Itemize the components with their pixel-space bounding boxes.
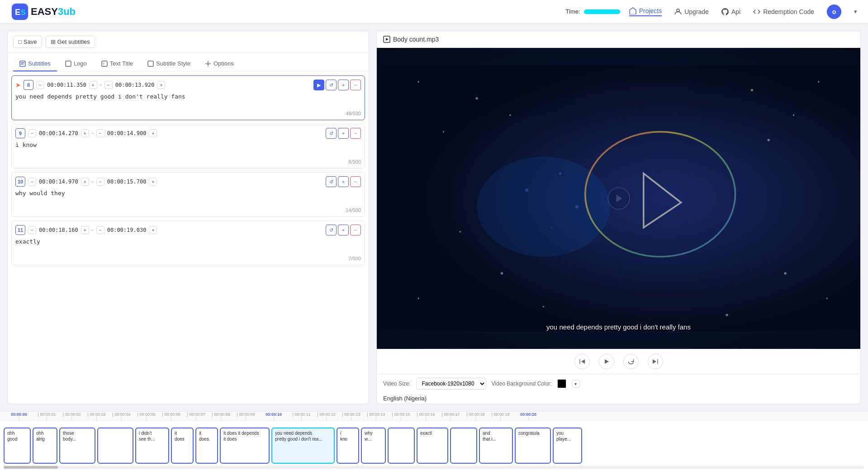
row-9-start-minus[interactable]: − [28, 129, 36, 137]
video-size-label: Video Size: [383, 381, 411, 387]
tab-subtitles[interactable]: Subtitles [13, 56, 57, 71]
row-11-start-plus[interactable]: + [81, 226, 89, 234]
nav-upgrade[interactable]: Upgrade [674, 8, 709, 15]
video-size-select[interactable]: Facebook-1920x1080 YouTube-1920x1080 Ins… [416, 378, 486, 390]
row-9-end-plus[interactable]: + [149, 129, 157, 137]
ruler-tick-12: | 00:00:12 [314, 412, 339, 420]
row-8-play-btn[interactable]: ▶ [313, 80, 324, 90]
row-9-end-minus[interactable]: − [96, 129, 104, 137]
tab-options[interactable]: Options [199, 56, 240, 71]
timeline-clip-4[interactable] [97, 428, 133, 464]
skip-forward-icon [652, 358, 659, 365]
ruler-tick-3: | 00:00:03 [84, 412, 109, 420]
text-title-tab-icon: T [101, 61, 108, 67]
row-10-start-minus[interactable]: − [28, 178, 36, 186]
row-11-char-count: 7/500 [15, 256, 361, 261]
timeline-clip-15[interactable]: andthat i... [479, 428, 513, 464]
row-11-reset-btn[interactable]: ↺ [326, 225, 337, 235]
avatar-chevron[interactable]: ▾ [854, 8, 857, 15]
row-9-remove-btn[interactable]: − [350, 128, 361, 139]
row-9-reset-btn[interactable]: ↺ [326, 128, 337, 139]
nav-redemption[interactable]: Redemption Code [753, 8, 814, 15]
svg-point-29 [543, 306, 545, 308]
row-10-actions: ↺ + − [326, 176, 361, 187]
timeline-scrollbar-thumb[interactable] [4, 466, 58, 469]
row-10-start-plus[interactable]: + [81, 178, 89, 186]
code-icon [753, 8, 760, 15]
svg-rect-14 [377, 65, 860, 332]
row-10-reset-btn[interactable]: ↺ [326, 176, 337, 187]
row-8-end-minus[interactable]: − [104, 81, 113, 89]
row-8-add-btn[interactable]: + [338, 80, 349, 90]
timeline-clip-2[interactable]: ohhalrig [33, 428, 57, 464]
row-8-reset-btn[interactable]: ↺ [326, 80, 337, 90]
row-10-text[interactable]: why would they [15, 190, 361, 206]
timeline-clip-3[interactable]: thosebody... [59, 428, 95, 464]
timeline-clip-16[interactable]: congratula [515, 428, 551, 464]
tab-subtitle-style[interactable]: Subtitle Style [141, 56, 197, 71]
row-8-start-plus[interactable]: + [89, 81, 97, 89]
row-9-add-btn[interactable]: + [338, 128, 349, 139]
row-9-text[interactable]: i know [15, 141, 361, 158]
svg-text:S: S [21, 8, 26, 16]
row-10-remove-btn[interactable]: − [350, 176, 361, 187]
row-10-end-plus[interactable]: + [149, 178, 157, 186]
video-title-bar: Body count.mp3 [377, 31, 860, 48]
row-11-end-minus[interactable]: − [96, 226, 104, 234]
save-icon: □ [18, 38, 22, 45]
header: E S EASY3ub Time: Projects Upgrade Api R… [0, 0, 868, 24]
row-11-add-btn[interactable]: + [338, 225, 349, 235]
timeline-clip-14[interactable] [450, 428, 477, 464]
tab-logo[interactable]: Logo [59, 56, 93, 71]
svg-point-36 [551, 227, 553, 229]
row-8-remove-btn[interactable]: − [350, 80, 361, 90]
timeline-clip-8[interactable]: it does it dependsit does [220, 428, 270, 464]
row-9-start-plus[interactable]: + [81, 129, 89, 137]
row-9-char-count: 6/500 [15, 159, 361, 164]
skip-forward-button[interactable] [648, 354, 663, 369]
timeline-clip-11[interactable]: whyw... [361, 428, 386, 464]
row-11-start-minus[interactable]: − [28, 226, 36, 234]
subtitles-list: ➤ 8 − 00:00:11.350 + - − 00:00:13.920 + … [8, 72, 369, 404]
ruler-tick-9: | 00:00:09 [233, 412, 258, 420]
ruler-tick-16: | 00:00:16 [413, 412, 438, 420]
timeline-clip-9[interactable]: you need dependspretty good i don't rea.… [271, 428, 335, 464]
timeline-clip-5[interactable]: i didn'tsee th... [135, 428, 169, 464]
timeline-clip-6[interactable]: itdoes [171, 428, 194, 464]
subtitles-icon: ⊞ [51, 38, 56, 45]
skip-back-button[interactable] [574, 354, 590, 369]
ruler-tick-1: | 00:00:01 [34, 412, 59, 420]
tab-text-title[interactable]: T Text Title [95, 56, 139, 71]
nav-projects[interactable]: Projects [629, 7, 662, 16]
bg-color-swatch[interactable] [557, 379, 566, 388]
bg-color-dropdown[interactable]: ▾ [572, 380, 580, 388]
timeline-clip-12[interactable] [388, 428, 415, 464]
row-10-add-btn[interactable]: + [338, 176, 349, 187]
timeline-clip-13[interactable]: exactl [417, 428, 448, 464]
video-options: Video Size: Facebook-1920x1080 YouTube-1… [377, 374, 860, 393]
row-8-end-plus[interactable]: + [157, 81, 165, 89]
timeline-tracks[interactable]: ohhgood ohhalrig thosebody... i didn'tse… [0, 421, 868, 470]
timeline-clip-17[interactable]: youplaye... [553, 428, 582, 464]
timeline-clip-7[interactable]: itdoes. [195, 428, 218, 464]
row-8-start-time: 00:00:11.350 [47, 82, 86, 88]
avatar[interactable]: o [827, 5, 841, 19]
get-subtitles-button[interactable]: ⊞ Get subtitles [46, 36, 95, 48]
row-11-end-plus[interactable]: + [149, 226, 157, 234]
home-icon [629, 7, 636, 14]
nav-api[interactable]: Api [721, 8, 740, 15]
svg-rect-5 [21, 62, 24, 63]
logo[interactable]: E S EASY3ub [11, 3, 76, 21]
svg-marker-40 [605, 359, 609, 364]
ruler-tick-11: | 00:00:11 [289, 412, 314, 420]
row-11-text[interactable]: exactly [15, 238, 361, 254]
row-10-end-minus[interactable]: − [96, 178, 104, 186]
refresh-button[interactable] [623, 354, 639, 369]
play-pause-button[interactable] [599, 354, 614, 369]
row-8-start-minus[interactable]: − [36, 81, 44, 89]
timeline-clip-10[interactable]: ikno [337, 428, 359, 464]
row-8-text[interactable]: you need depends pretty good i don't rea… [15, 93, 361, 109]
save-button[interactable]: □ Save [13, 36, 42, 48]
row-11-remove-btn[interactable]: − [350, 225, 361, 235]
timeline-clip-1[interactable]: ohhgood [4, 428, 31, 464]
